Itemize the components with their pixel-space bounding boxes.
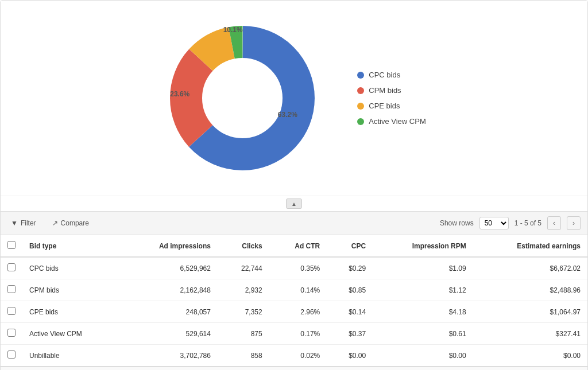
row-bid-type: Active View CPM bbox=[22, 323, 121, 345]
row-impression-rpm: $1.09 bbox=[373, 257, 473, 279]
filter-label: Filter bbox=[21, 219, 36, 227]
prev-icon: ‹ bbox=[553, 219, 555, 227]
main-container: 63.2% 23.6% 10.1% CPC bids CPM bids CPE … bbox=[0, 0, 588, 370]
table-row: CPE bids 248,057 7,352 2.96% $0.14 $4.18… bbox=[1, 301, 587, 323]
data-table: Bid type Ad impressions Clicks Ad CTR CP… bbox=[1, 235, 587, 370]
next-icon: › bbox=[572, 219, 575, 227]
row-checkbox-cell bbox=[1, 345, 22, 367]
legend-cpe-dot bbox=[357, 103, 364, 110]
col-cpc: CPC bbox=[327, 235, 373, 257]
row-impression-rpm: $4.18 bbox=[373, 301, 473, 323]
collapse-bar: ▲ bbox=[1, 196, 587, 211]
row-checkbox-cell bbox=[1, 323, 22, 345]
prev-page-button[interactable]: ‹ bbox=[547, 216, 561, 230]
totals-label: Totals bbox=[22, 367, 121, 370]
legend-cpc-dot bbox=[357, 72, 364, 79]
legend-cpc: CPC bids bbox=[357, 71, 425, 79]
row-ad-impressions: 6,529,962 bbox=[121, 257, 218, 279]
row-checkbox-4[interactable] bbox=[7, 350, 16, 359]
row-ad-impressions: 2,162,848 bbox=[121, 279, 218, 301]
row-estimated-earnings: $6,672.02 bbox=[473, 257, 587, 279]
compare-label: Compare bbox=[61, 219, 89, 227]
filter-icon: ▼ bbox=[11, 219, 18, 227]
row-ad-impressions: 3,702,786 bbox=[121, 345, 218, 367]
row-checkbox-2[interactable] bbox=[7, 307, 16, 315]
legend-cpe: CPE bids bbox=[357, 102, 425, 110]
legend-cpc-label: CPC bids bbox=[369, 71, 400, 79]
legend-activeview-label: Active View CPM bbox=[369, 117, 425, 126]
collapse-button[interactable]: ▲ bbox=[286, 198, 302, 209]
legend-cpm: CPM bids bbox=[357, 86, 425, 95]
row-impression-rpm: $0.00 bbox=[373, 345, 473, 367]
compare-icon: ↗ bbox=[52, 219, 58, 227]
row-estimated-earnings: $0.00 bbox=[473, 345, 587, 367]
totals-checkbox-cell bbox=[1, 367, 22, 370]
row-bid-type: CPC bids bbox=[22, 257, 121, 279]
col-ad-impressions: Ad impressions bbox=[121, 235, 218, 257]
chart-section: 63.2% 23.6% 10.1% CPC bids CPM bids CPE … bbox=[1, 1, 587, 196]
totals-impressions: 13,173,267 bbox=[121, 367, 218, 370]
row-checkbox-1[interactable] bbox=[7, 285, 16, 293]
table-body: CPC bids 6,529,962 22,744 0.35% $0.29 $1… bbox=[1, 257, 587, 367]
col-checkbox bbox=[1, 235, 22, 257]
toolbar-right: Show rows 10 25 50 100 1 - 5 of 5 ‹ › bbox=[440, 216, 581, 230]
col-estimated-earnings: Estimated earnings bbox=[473, 235, 587, 257]
chart-legend: CPC bids CPM bids CPE bids Active View C… bbox=[357, 71, 425, 126]
row-impression-rpm: $0.61 bbox=[373, 323, 473, 345]
table-row: CPM bids 2,162,848 2,932 0.14% $0.85 $1.… bbox=[1, 279, 587, 301]
row-impression-rpm: $1.12 bbox=[373, 279, 473, 301]
totals-cpc: $0.30 bbox=[327, 367, 373, 370]
col-ad-ctr: Ad CTR bbox=[269, 235, 327, 257]
col-clicks: Clicks bbox=[218, 235, 269, 257]
row-checkbox-0[interactable] bbox=[7, 263, 16, 271]
compare-button[interactable]: ↗ Compare bbox=[49, 218, 92, 228]
filter-button[interactable]: ▼ Filter bbox=[7, 218, 40, 228]
row-ad-impressions: 529,614 bbox=[121, 323, 218, 345]
table-header-row: Bid type Ad impressions Clicks Ad CTR CP… bbox=[1, 235, 587, 257]
row-estimated-earnings: $2,488.96 bbox=[473, 279, 587, 301]
table-totals-row: Totals 13,173,267 34,761 0.26% $0.30 $0.… bbox=[1, 367, 587, 370]
totals-ctr: 0.26% bbox=[269, 367, 327, 370]
row-checkbox-cell bbox=[1, 301, 22, 323]
table-row: Unbillable 3,702,786 858 0.02% $0.00 $0.… bbox=[1, 345, 587, 367]
row-cpc: $0.37 bbox=[327, 323, 373, 345]
row-ad-ctr: 0.17% bbox=[269, 323, 327, 345]
next-page-button[interactable]: › bbox=[567, 216, 581, 230]
row-clicks: 858 bbox=[218, 345, 269, 367]
rows-per-page-select[interactable]: 10 25 50 100 bbox=[479, 217, 509, 229]
legend-cpm-dot bbox=[357, 87, 364, 94]
row-ad-ctr: 2.96% bbox=[269, 301, 327, 323]
row-ad-ctr: 0.02% bbox=[269, 345, 327, 367]
row-bid-type: Unbillable bbox=[22, 345, 121, 367]
donut-hole bbox=[204, 60, 281, 137]
table-row: Active View CPM 529,614 875 0.17% $0.37 … bbox=[1, 323, 587, 345]
row-checkbox-3[interactable] bbox=[7, 329, 16, 337]
donut-chart: 63.2% 23.6% 10.1% bbox=[162, 18, 323, 178]
row-clicks: 875 bbox=[218, 323, 269, 345]
row-ad-impressions: 248,057 bbox=[121, 301, 218, 323]
totals-clicks: 34,761 bbox=[218, 367, 269, 370]
table-toolbar: ▼ Filter ↗ Compare Show rows 10 25 50 10… bbox=[1, 211, 587, 235]
table-row: CPC bids 6,529,962 22,744 0.35% $0.29 $1… bbox=[1, 257, 587, 279]
row-clicks: 22,744 bbox=[218, 257, 269, 279]
row-estimated-earnings: $1,064.97 bbox=[473, 301, 587, 323]
select-all-checkbox[interactable] bbox=[7, 241, 16, 249]
legend-cpm-label: CPM bids bbox=[369, 86, 401, 95]
totals-rpm: $0.81 bbox=[373, 367, 473, 370]
show-rows-label: Show rows bbox=[440, 219, 474, 227]
row-checkbox-cell bbox=[1, 257, 22, 279]
page-info: 1 - 5 of 5 bbox=[514, 219, 541, 227]
row-bid-type: CPM bids bbox=[22, 279, 121, 301]
row-cpc: $0.29 bbox=[327, 257, 373, 279]
row-clicks: 7,352 bbox=[218, 301, 269, 323]
row-cpc: $0.85 bbox=[327, 279, 373, 301]
row-cpc: $0.14 bbox=[327, 301, 373, 323]
table-wrapper: Bid type Ad impressions Clicks Ad CTR CP… bbox=[1, 235, 587, 370]
row-ad-ctr: 0.35% bbox=[269, 257, 327, 279]
toolbar-left: ▼ Filter ↗ Compare bbox=[7, 218, 431, 228]
legend-activeview: Active View CPM bbox=[357, 117, 425, 126]
row-ad-ctr: 0.14% bbox=[269, 279, 327, 301]
col-bid-type: Bid type bbox=[22, 235, 121, 257]
totals-earnings: $10,553.38 bbox=[473, 367, 587, 370]
row-clicks: 2,932 bbox=[218, 279, 269, 301]
